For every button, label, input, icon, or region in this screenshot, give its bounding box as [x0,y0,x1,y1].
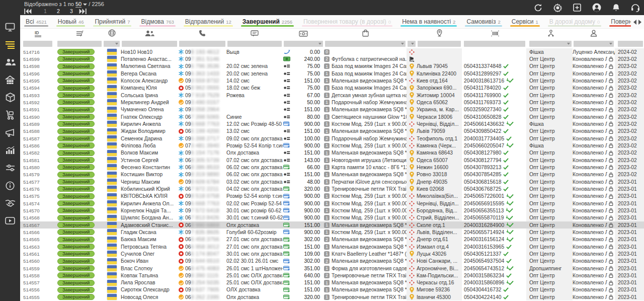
page-number[interactable]: 3 [65,8,78,14]
product-cell[interactable]: 1Форма для изготовления садов... [324,265,407,272]
product-cell[interactable]: 1База под макияж Images 24 Car... [324,63,407,70]
tab-нема-в-наявності[interactable]: Нема в наявності2 [396,15,461,28]
column-header-phone[interactable] [178,29,226,39]
page-number[interactable]: 1 [39,8,52,14]
notifications-icon[interactable] [612,4,620,12]
table-row[interactable]: 514576 Завершений Кобилинський Юрий 067 … [20,185,644,192]
filter-input-source[interactable] [529,41,572,47]
table-row[interactable]: 514582 Завершений Волков Максим 096 154 … [20,149,644,157]
settings-icon[interactable] [553,4,562,12]
first-page-icon[interactable] [24,9,32,14]
product-cell[interactable]: 1Костюм Мод. 259 (1шт. x 900.00... [324,207,407,214]
sidebar-item-products[interactable] [0,89,20,106]
column-header-status[interactable] [53,29,103,39]
product-cell[interactable]: 2Маленькая видеокамера SQ8 *... [324,236,407,243]
column-header-manager[interactable] [573,29,615,39]
table-row[interactable]: 514566 Завершений Гладик Оксана 097 835 … [20,229,644,236]
product-cell[interactable]: 0 [324,48,407,55]
column-header-source[interactable] [526,29,573,39]
tab-повернення-товару-в-дорозі-[interactable]: Повернення товару (в дорозі)0 [298,15,396,28]
column-header-city[interactable] [417,29,462,39]
sidebar-item-video[interactable] [0,212,20,230]
table-row[interactable]: 514594 Завершений Компанец Юля 058 962 0… [20,85,644,92]
product-cell[interactable]: 1Маленькая видеокамера SQ8 *... [324,149,407,157]
sidebar-item-clients[interactable] [0,53,20,71]
tab-відправлений[interactable]: Відправлений12 [180,15,237,28]
table-row[interactable]: 514557 Завершений Лила Ярослав 098 254 5… [20,279,644,286]
column-header-country[interactable] [103,29,121,39]
table-row[interactable]: 514580 Завершений Фесенко Константин 068… [20,164,644,171]
per-page-select[interactable]: 50 [75,1,82,8]
product-cell[interactable]: 1Светящиеся наушники Glow *10... [324,113,407,120]
product-cell[interactable]: 1Костюм Мод. 259 (1шт. x 900.00... [324,193,407,200]
table-row[interactable]: 514555 Завершений Новосад Олеся 068 262 … [20,293,644,300]
filter-input-carrier[interactable] [408,41,416,47]
table-row[interactable]: 514593 Завершений Сольська Ірина 097 918… [20,92,644,99]
product-cell[interactable]: 1Костюм Мод. 259 (1шт. x 900.00... [324,120,407,127]
filter-input-date[interactable] [618,41,643,47]
product-cell[interactable]: 1Костюм Мод. 259 (1шт. x 900.00... [324,214,407,221]
table-row[interactable]: 514592 Завершений Мерклингер Андрей 093 … [20,99,644,106]
product-cell[interactable]: 1Костюм Мод. 259 (1шт. x 900.00... [324,229,407,236]
product-cell[interactable]: 1Маленькая видеокамера SQ8 *... [324,243,407,250]
product-cell[interactable]: 1Новогодняя игрушка (Летающи... [324,157,407,164]
product-cell[interactable]: 1Клатч Baellerry Leather *1487* (1... [324,250,407,257]
tab-самовивіз[interactable]: Самовивіз2 [461,15,506,28]
table-row[interactable]: 514574 Завершений Кирилич Анжела Ол... 0… [20,200,644,207]
product-cell[interactable]: 1Костюм Мод. 259 (1шт. x 900.00... [324,142,407,149]
tab-в-дорозі-додому[interactable]: В дорозі додому0 [544,15,606,28]
column-header-id[interactable]: ID [20,29,53,39]
table-row[interactable]: 514586 Завершений Філіпова Люба 073 481 … [20,142,644,149]
table-row[interactable]: 514589 Завершений Кирилич Анжела 096 668… [20,120,644,127]
filter-input-payment[interactable] [284,41,323,47]
product-cell[interactable]: 1Тренировочные петли TRX Train... [324,293,407,300]
table-row[interactable]: 514588 Завершений Жидак Володимир 066 19… [20,128,644,135]
filter-input-client[interactable] [122,41,177,47]
profile-icon[interactable] [592,3,601,12]
product-cell[interactable]: 1Подарочный набор Жемчужина... [324,99,407,106]
product-cell[interactable]: 1База под макияж Images 24 Car... [324,85,407,92]
sidebar-item-company[interactable] [0,71,20,89]
table-row[interactable]: 514575 Завершений КВІТОВСЬКА ЮЛІЯ 098 51… [20,193,644,200]
table-row[interactable]: 514560 Завершений Бокоч Иван 095 644 651… [20,258,644,265]
product-cell[interactable]: 2Маленькая видеокамера SQ8 *... [324,258,407,265]
column-header-product[interactable] [324,29,407,39]
filter-input-phone[interactable] [179,41,225,47]
table-row[interactable]: 514596 Завершений Вегера Оксана 096 363 … [20,70,644,77]
add-order-icon[interactable] [573,4,581,12]
product-cell[interactable]: 1Перчатки iGlove для сенсорных ... [324,178,407,185]
sidebar-item-marketing[interactable] [0,124,20,141]
column-header-date[interactable] [615,29,644,39]
product-cell[interactable]: 1Маленькая видеокамера SQ8 *... [324,128,407,135]
table-row[interactable]: 514565 Завершений Баюка Максим 066 458 3… [20,236,644,243]
table-row[interactable]: 514590 Завершений Гнатюк Олексндр 067 39… [20,113,644,120]
filter-input-country[interactable] [104,41,120,47]
sidebar-item-info[interactable] [0,177,20,194]
table-row[interactable]: 514558 Завершений Ковпак Татьяна 098 390… [20,272,644,279]
table-row[interactable]: 514598 Завершений Малютина Светлана 096 … [20,63,644,70]
product-cell[interactable]: 1Маленькая видеокамера SQ8 *... [324,286,407,293]
tab-відмова[interactable]: Відмова763 [135,15,179,28]
tab-всі[interactable]: Всі4521 [20,15,52,28]
page-number[interactable]: 2 [52,8,65,14]
last-page-icon[interactable] [79,9,87,14]
tab-новый[interactable]: Новый46 [52,15,90,28]
tabs-scroll-left-icon[interactable] [633,20,636,25]
table-row[interactable]: 514579 Завершений Костишин Виктор 098 31… [20,171,644,178]
table-row[interactable]: 514567 Завершений Адамовский Станис... 0… [20,221,644,229]
product-cell[interactable]: 2Тренировочные петли TRX Train... [324,272,407,279]
table-row[interactable]: 514595 Завершений Колосок Александр 093 … [20,77,644,84]
sidebar-item-purchases[interactable] [0,106,20,124]
tab-завершений[interactable]: Завершений2256 [237,15,298,28]
filter-input-product[interactable] [325,41,406,47]
tab-сервіси[interactable]: Сервіси1 [506,15,544,28]
filter-input-tracking[interactable] [464,41,525,47]
product-cell[interactable]: 1Маленькая видеокамера SQ8 *... [324,221,407,229]
table-row[interactable]: 514556 Завершений Сиротюк Олександр 099 … [20,286,644,293]
product-cell[interactable]: 1Маленькая видеокамера SQ8 *... [324,106,407,113]
filter-input-id[interactable] [23,41,52,47]
sidebar-item-settings[interactable] [0,159,20,177]
sidebar-item-statistics[interactable] [0,141,20,159]
filter-input-manager[interactable] [574,41,614,47]
column-header-client[interactable] [121,29,178,39]
